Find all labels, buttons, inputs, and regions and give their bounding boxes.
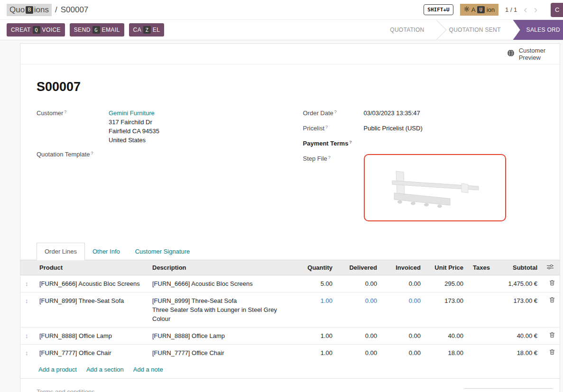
button-label-part: EMAIL <box>102 27 120 33</box>
add-a-product-link[interactable]: Add a product <box>38 366 77 373</box>
help-marker: ? <box>91 151 93 155</box>
add-a-section-link[interactable]: Add a section <box>86 366 124 373</box>
help-marker: ? <box>325 125 328 129</box>
cell-quantity[interactable]: 1.00 <box>295 292 337 328</box>
pager-prev-icon[interactable]: ‹ <box>524 5 527 15</box>
action-menu-button[interactable]: A U ion <box>460 4 498 16</box>
gear-icon <box>464 6 470 13</box>
cell-subtotal: 173.00 € <box>492 292 542 328</box>
tab-customer-signature[interactable]: Customer Signature <box>128 243 198 260</box>
cell-product[interactable]: [FURN_7777] Office Chair <box>35 345 148 362</box>
sheet-bottom-area: Terms and conditions... Total: 1,706.00 … <box>20 379 560 392</box>
terms-and-conditions-input[interactable]: Terms and conditions... <box>37 388 100 392</box>
cell-unit-price[interactable]: 18.00 <box>425 345 468 362</box>
action-label-prefix: A <box>471 6 476 13</box>
cell-delivered[interactable]: 0.00 <box>337 292 382 328</box>
shortcut-key-badge: Q <box>33 26 40 34</box>
optional-columns-icon[interactable] <box>547 264 554 271</box>
cell-taxes[interactable] <box>468 328 492 345</box>
pager-value: 1 / 1 <box>505 6 517 13</box>
status-step-sales-order[interactable]: SALES ORD <box>513 20 563 40</box>
cell-delivered[interactable]: 0.00 <box>337 345 382 362</box>
pager-next-icon[interactable]: › <box>534 5 537 15</box>
order-date-field-row: Order Date? 03/03/2023 13:35:47 <box>303 109 543 119</box>
cell-product[interactable]: [FURN_8999] Three-Seat Sofa <box>35 292 148 328</box>
drag-handle-icon[interactable]: ↕ <box>25 332 28 339</box>
globe-icon <box>507 49 515 58</box>
drag-handle-icon[interactable]: ↕ <box>25 349 28 356</box>
tab-other-info[interactable]: Other Info <box>85 243 128 260</box>
create-button[interactable]: C <box>551 3 563 17</box>
cell-quantity[interactable]: 1.00 <box>295 345 337 362</box>
drag-handle-icon[interactable]: ↕ <box>25 297 28 304</box>
cell-taxes[interactable] <box>468 275 492 292</box>
cell-invoiced[interactable]: 0.00 <box>382 275 425 292</box>
cell-invoiced[interactable]: 0.00 <box>382 292 425 328</box>
customer-preview-button[interactable]: Customer Preview <box>507 47 545 61</box>
description-extra-line: Three Seater Sofa with Lounger in Steel … <box>152 305 291 323</box>
header-unit-price: Unit Price <box>425 260 468 275</box>
status-step-quotation-sent[interactable]: QUOTATION SENT <box>437 20 513 40</box>
order-date-label: Order Date? <box>303 109 364 119</box>
header-product: Product <box>35 260 148 275</box>
delete-row-icon[interactable] <box>549 296 555 305</box>
cell-product[interactable]: [FURN_6666] Acoustic Bloc Screens <box>35 275 148 292</box>
breadcrumb-parent-suffix: ions <box>34 5 49 15</box>
cell-subtotal: 18.00 € <box>492 345 542 362</box>
cell-delivered[interactable]: 0.00 <box>337 328 382 345</box>
cell-unit-price[interactable]: 40.00 <box>425 328 468 345</box>
cell-subtotal: 1,475.00 € <box>492 275 542 292</box>
status-bar: QUOTATION QUOTATION SENT SALES ORD <box>378 20 563 40</box>
cell-unit-price[interactable]: 295.00 <box>425 275 468 292</box>
cell-description[interactable]: [FURN_8888] Office Lamp <box>148 328 295 345</box>
header-delivered: Delivered <box>337 260 382 275</box>
cell-delivered[interactable]: 0.00 <box>337 275 382 292</box>
pricelist-field-row: Pricelist? Public Pricelist (USD) <box>303 124 543 134</box>
customer-field-value: Gemini Furniture 317 Fairchild Dr Fairfi… <box>109 109 159 145</box>
payment-terms-field-row: Payment Terms? <box>303 139 543 149</box>
pricelist-value[interactable]: Public Pricelist (USD) <box>364 124 423 133</box>
quotation-template-label: Quotation Template? <box>37 150 109 160</box>
help-marker: ? <box>334 109 337 114</box>
field-grid: Customer? Gemini Furniture 317 Fairchild… <box>37 109 543 227</box>
delete-row-icon[interactable] <box>549 348 555 357</box>
customer-field-label: Customer? <box>37 109 109 119</box>
help-marker: ? <box>64 109 66 114</box>
cell-quantity[interactable]: 1.00 <box>295 328 337 345</box>
header-taxes: Taxes <box>468 260 492 275</box>
cell-taxes[interactable] <box>468 345 492 362</box>
form-buttons: CREAT Q VOICE SEND G EMAIL CA Z EL <box>0 20 164 40</box>
add-a-note-link[interactable]: Add a note <box>133 366 163 373</box>
cell-unit-price[interactable]: 173.00 <box>425 292 468 328</box>
order-date-value[interactable]: 03/03/2023 13:35:47 <box>364 109 420 118</box>
order-line-row: ↕ [FURN_7777] Office Chair [FURN_7777] O… <box>20 345 560 362</box>
drag-handle-icon[interactable]: ↕ <box>25 280 28 287</box>
step-file-field-row: Step File? <box>303 154 543 221</box>
send-email-button[interactable]: SEND G EMAIL <box>70 23 124 36</box>
customer-link[interactable]: Gemini Furniture <box>109 109 159 118</box>
cell-description[interactable]: [FURN_7777] Office Chair <box>148 345 295 362</box>
delete-row-icon[interactable] <box>549 279 555 288</box>
table-header-row: Product Description Quantity Delivered I… <box>20 260 560 275</box>
status-step-quotation[interactable]: QUOTATION <box>378 20 436 40</box>
cell-description[interactable]: [FURN_6666] Acoustic Bloc Screens <box>148 275 295 292</box>
breadcrumb-separator: / <box>55 5 57 15</box>
cell-product[interactable]: [FURN_8888] Office Lamp <box>35 328 148 345</box>
breadcrumb-parent-link[interactable]: Quo B ions <box>7 4 52 16</box>
step-file-image[interactable] <box>364 154 506 221</box>
delete-row-icon[interactable] <box>549 331 555 340</box>
total-box: Total: 1,706.00 € <box>464 388 553 392</box>
cell-taxes[interactable] <box>468 292 492 328</box>
cell-quantity[interactable]: 5.00 <box>295 275 337 292</box>
tab-order-lines[interactable]: Order Lines <box>37 243 85 260</box>
customer-preview-label: Customer Preview <box>519 47 545 61</box>
action-bar: CREAT Q VOICE SEND G EMAIL CA Z EL QUOTA… <box>0 20 563 40</box>
cancel-button[interactable]: CA Z EL <box>129 23 165 36</box>
cell-invoiced[interactable]: 0.00 <box>382 345 425 362</box>
shortcut-key-badge: Z <box>143 26 151 34</box>
cell-invoiced[interactable]: 0.00 <box>382 328 425 345</box>
help-marker: ? <box>328 155 331 160</box>
cell-description[interactable]: [FURN_8999] Three-Seat Sofa Three Seater… <box>148 292 295 328</box>
create-invoice-button[interactable]: CREAT Q VOICE <box>7 23 65 36</box>
customer-address-line: Fairfield CA 94535 <box>109 127 159 136</box>
